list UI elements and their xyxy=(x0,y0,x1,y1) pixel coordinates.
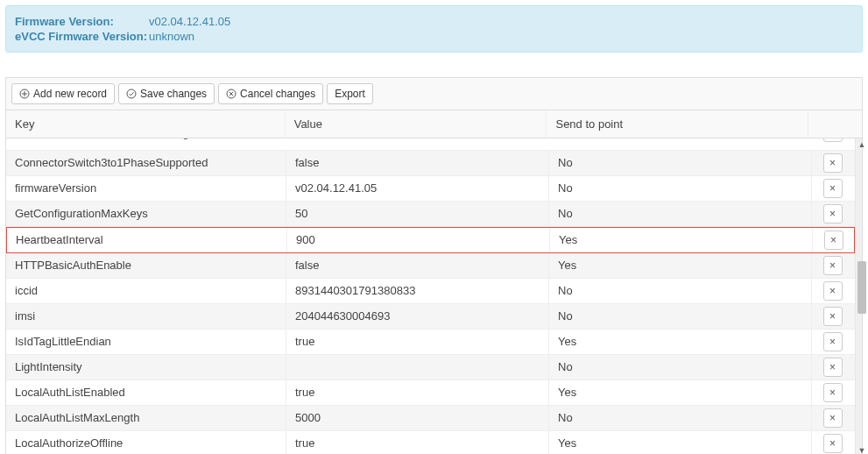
cell-value: 8931440301791380833 xyxy=(286,279,549,303)
add-new-record-button[interactable]: Add new record xyxy=(11,83,115,104)
export-button[interactable]: Export xyxy=(327,83,373,104)
check-circle-icon xyxy=(126,89,137,99)
cell-value: false xyxy=(286,253,549,278)
cell-key: LocalAuthListMaxLength xyxy=(6,406,286,430)
cell-key: ConnectorSwitch3to1PhaseSupported xyxy=(6,151,286,175)
cell-key: firmwareVersion xyxy=(6,176,286,201)
cell-actions: × xyxy=(812,330,853,354)
cell-value: true xyxy=(286,380,549,405)
cell-actions: × xyxy=(812,253,853,278)
table-row[interactable]: imsi204044630004693No× xyxy=(6,304,855,330)
table-row[interactable]: firmwareVersionv02.04.12.41.05No× xyxy=(6,176,855,202)
cell-actions: × xyxy=(812,279,853,303)
close-icon: × xyxy=(829,182,836,195)
cell-send-to-point: Yes xyxy=(549,253,812,278)
table-row[interactable]: GetConfigurationMaxKeys50No× xyxy=(6,202,855,227)
cell-key: LocalAuthListEnabled xyxy=(6,380,286,405)
delete-row-button[interactable]: × xyxy=(823,153,843,173)
scroll-up-arrow-icon[interactable]: ▲ xyxy=(856,138,868,151)
scrollbar-thumb[interactable] xyxy=(857,261,866,314)
close-icon: × xyxy=(829,285,836,297)
cell-send-to-point: Yes xyxy=(549,380,812,405)
delete-row-button[interactable]: × xyxy=(823,307,843,326)
config-grid: Add new record Save changes Cancel chang… xyxy=(5,77,863,454)
close-icon: × xyxy=(829,259,836,272)
cell-send-to-point: Yes xyxy=(549,330,812,354)
cell-actions: × xyxy=(812,355,853,380)
delete-row-button[interactable]: × xyxy=(823,281,843,301)
scroll-down-arrow-icon[interactable]: ▼ xyxy=(856,444,868,454)
evcc-firmware-version-label: eVCC Firmware Version: xyxy=(15,30,147,43)
cell-key: HTTPBasicAuthEnable xyxy=(6,253,286,278)
delete-row-button[interactable]: × xyxy=(823,358,843,377)
cancel-changes-label: Cancel changes xyxy=(240,88,315,100)
column-header-value[interactable]: Value xyxy=(286,110,547,138)
delete-row-button[interactable]: × xyxy=(823,332,843,351)
svg-point-1 xyxy=(127,89,136,98)
table-row[interactable]: IsIdTagLittleEndiantrueYes× xyxy=(6,330,855,355)
cell-send-to-point: Yes xyxy=(549,431,812,454)
close-icon: × xyxy=(829,336,836,348)
save-changes-button[interactable]: Save changes xyxy=(118,83,215,104)
vertical-scrollbar[interactable]: ▲ ▼ xyxy=(855,138,862,454)
table-row[interactable]: LocalAuthListMaxLength5000No× xyxy=(6,406,855,431)
export-label: Export xyxy=(335,88,365,100)
cell-actions: × xyxy=(812,176,853,201)
cell-value: 5000 xyxy=(286,406,549,430)
close-icon: × xyxy=(830,234,836,246)
cell-value: true xyxy=(286,330,549,354)
cell-send-to-point: No xyxy=(549,279,812,303)
close-icon: × xyxy=(829,208,836,220)
table-row[interactable]: LocalAuthListEnabledtrueYes× xyxy=(6,380,855,406)
firmware-version-value: v02.04.12.41.05 xyxy=(149,15,230,28)
delete-row-button[interactable]: × xyxy=(823,434,843,453)
cell-key: IsIdTagLittleEndian xyxy=(6,330,286,354)
delete-row-button[interactable]: × xyxy=(823,204,843,223)
cell-value: v02.04.12.41.05 xyxy=(286,176,549,201)
table-row[interactable]: LocalAuthorizeOfflinetrueYes× xyxy=(6,431,855,454)
cell-actions: × xyxy=(812,304,853,329)
delete-row-button[interactable]: × xyxy=(823,408,843,428)
column-header-send[interactable]: Send to point xyxy=(547,110,808,138)
cell-key: iccid xyxy=(6,279,286,303)
cell-value: false xyxy=(286,151,549,175)
delete-row-button[interactable]: × xyxy=(823,138,843,142)
cell-send-to-point: Yes xyxy=(550,228,813,252)
cell-actions: × xyxy=(812,406,853,430)
cell-key: GetConfigurationMaxKeys xyxy=(6,202,286,226)
cell-send-to-point: No xyxy=(549,304,812,329)
grid-header: Key Value Send to point xyxy=(6,110,862,138)
cell-value: true xyxy=(286,431,549,454)
table-row[interactable]: ConnectorSwitch3to1PhaseSupportedfalseNo… xyxy=(6,151,855,176)
delete-row-button[interactable]: × xyxy=(823,383,843,402)
cell-actions: × xyxy=(812,151,853,175)
cell-value: 204044630004693 xyxy=(286,304,549,329)
close-icon: × xyxy=(829,310,836,323)
plus-circle-icon xyxy=(19,89,30,99)
cell-send-to-point: No xyxy=(549,355,812,380)
table-row[interactable]: HeartbeatInterval900Yes× xyxy=(6,227,855,253)
delete-row-button[interactable]: × xyxy=(824,231,843,250)
cell-send-to-point: No xyxy=(549,202,812,226)
table-row[interactable]: LightIntensityNo× xyxy=(6,355,855,380)
grid-body: ConnectorPhaseRotationMaxLength0No×Conne… xyxy=(6,138,855,454)
close-icon: × xyxy=(829,157,836,169)
add-new-record-label: Add new record xyxy=(33,88,107,100)
delete-row-button[interactable]: × xyxy=(823,179,843,198)
cell-actions: × xyxy=(812,431,853,454)
cell-actions: × xyxy=(812,380,853,405)
close-icon: × xyxy=(829,412,836,424)
table-row[interactable]: iccid8931440301791380833No× xyxy=(6,279,855,304)
delete-row-button[interactable]: × xyxy=(823,256,843,275)
table-row[interactable]: HTTPBasicAuthEnablefalseYes× xyxy=(6,253,855,279)
cell-send-to-point: No xyxy=(549,176,812,201)
cancel-changes-button[interactable]: Cancel changes xyxy=(218,83,323,104)
cell-actions: × xyxy=(813,228,854,252)
cell-value: 900 xyxy=(287,228,550,252)
cell-send-to-point: No xyxy=(549,151,812,175)
cell-key: LocalAuthorizeOffline xyxy=(6,431,286,454)
table-row[interactable]: ConnectorPhaseRotationMaxLength0No× xyxy=(6,138,855,151)
grid-toolbar: Add new record Save changes Cancel chang… xyxy=(6,78,862,110)
column-header-key[interactable]: Key xyxy=(6,110,286,138)
firmware-version-label: Firmware Version: xyxy=(15,15,124,28)
